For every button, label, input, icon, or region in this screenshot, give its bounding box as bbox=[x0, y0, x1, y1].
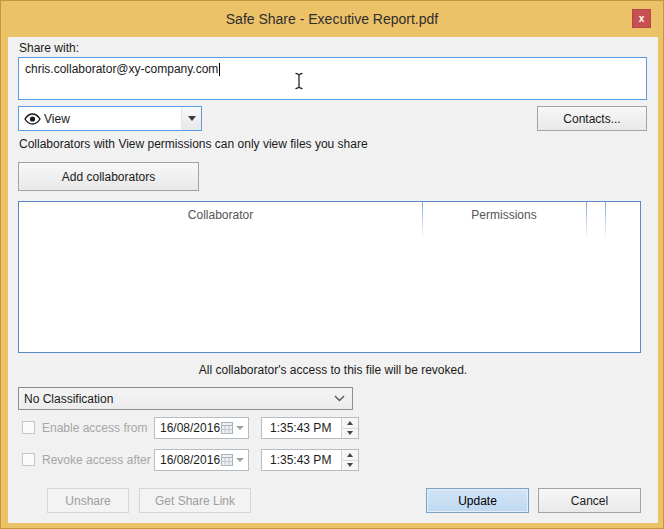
get-share-link-button[interactable]: Get Share Link bbox=[139, 488, 251, 513]
window-title: Safe Share - Executive Report.pdf bbox=[1, 11, 663, 27]
unshare-button[interactable]: Unshare bbox=[47, 488, 129, 513]
close-button[interactable]: x bbox=[632, 9, 651, 28]
text-caret bbox=[219, 63, 220, 76]
collaborators-table[interactable]: Collaborator Permissions bbox=[18, 201, 641, 353]
close-icon: x bbox=[639, 14, 645, 24]
enable-access-checkbox[interactable] bbox=[22, 421, 35, 434]
permission-dropdown-arrow[interactable] bbox=[181, 107, 201, 130]
eye-icon bbox=[24, 113, 41, 125]
dialog-body: Share with: chris.collaborator@xy-compan… bbox=[8, 37, 658, 523]
spin-down-icon[interactable] bbox=[342, 461, 358, 471]
chevron-down-icon bbox=[236, 458, 244, 462]
enable-access-label: Enable access from bbox=[42, 421, 147, 435]
update-button[interactable]: Update bbox=[426, 488, 529, 513]
column-separator bbox=[605, 202, 606, 240]
revoke-note: All collaborator's access to this file w… bbox=[8, 363, 658, 377]
calendar-icon bbox=[221, 454, 233, 466]
spin-up-icon[interactable] bbox=[342, 418, 358, 429]
chevron-down-icon bbox=[334, 395, 345, 402]
revoke-access-time-picker[interactable]: 1:35:43 PM bbox=[261, 449, 359, 471]
enable-access-date-picker[interactable]: 16/08/2016 bbox=[154, 417, 249, 439]
permission-selected-value: View bbox=[44, 112, 70, 126]
column-header-extra-1 bbox=[586, 202, 605, 228]
chevron-down-icon bbox=[236, 426, 244, 430]
classification-selected-value: No Classification bbox=[24, 392, 113, 406]
recipient-input[interactable]: chris.collaborator@xy-company.com bbox=[18, 57, 647, 100]
titlebar[interactable]: Safe Share - Executive Report.pdf x bbox=[1, 1, 663, 37]
time-spinner[interactable] bbox=[341, 450, 358, 470]
column-header-extra-2 bbox=[605, 202, 640, 228]
column-header-collaborator[interactable]: Collaborator bbox=[19, 202, 422, 228]
collaborators-table-header: Collaborator Permissions bbox=[19, 202, 640, 228]
column-separator bbox=[586, 202, 587, 240]
enable-access-time-value: 1:35:43 PM bbox=[270, 421, 331, 435]
safe-share-dialog: Safe Share - Executive Report.pdf x Shar… bbox=[0, 0, 664, 529]
permission-hint: Collaborators with View permissions can … bbox=[19, 137, 368, 151]
revoke-access-date-picker[interactable]: 16/08/2016 bbox=[154, 449, 249, 471]
spin-up-icon[interactable] bbox=[342, 450, 358, 461]
spin-down-icon[interactable] bbox=[342, 429, 358, 439]
cancel-button[interactable]: Cancel bbox=[538, 488, 641, 513]
revoke-access-label: Revoke access after bbox=[42, 453, 151, 467]
revoke-access-time-value: 1:35:43 PM bbox=[270, 453, 331, 467]
classification-select[interactable]: No Classification bbox=[18, 387, 353, 410]
enable-access-time-picker[interactable]: 1:35:43 PM bbox=[261, 417, 359, 439]
time-spinner[interactable] bbox=[341, 418, 358, 438]
revoke-access-checkbox[interactable] bbox=[22, 453, 35, 466]
contacts-button[interactable]: Contacts... bbox=[537, 106, 647, 131]
add-collaborators-button[interactable]: Add collaborators bbox=[18, 162, 199, 191]
share-with-label: Share with: bbox=[19, 41, 79, 55]
recipient-input-value: chris.collaborator@xy-company.com bbox=[25, 62, 218, 76]
enable-access-date-value: 16/08/2016 bbox=[160, 421, 220, 435]
permission-dropdown[interactable]: View bbox=[18, 106, 202, 131]
chevron-down-icon bbox=[188, 116, 196, 121]
column-header-permissions[interactable]: Permissions bbox=[422, 202, 586, 228]
calendar-icon bbox=[221, 422, 233, 434]
revoke-access-date-value: 16/08/2016 bbox=[160, 453, 220, 467]
column-separator bbox=[422, 202, 423, 240]
